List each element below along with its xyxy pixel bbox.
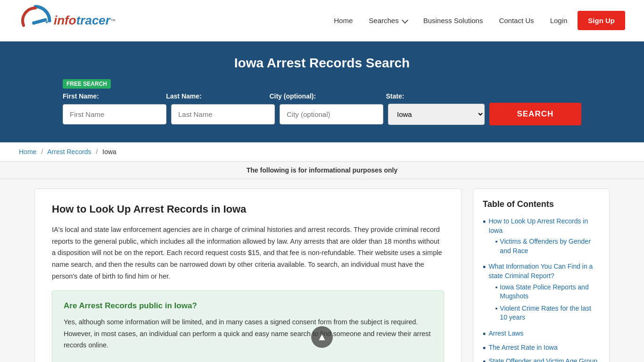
toc-item-3: ▪ Arrest Laws xyxy=(483,329,600,339)
logo-info-text: info xyxy=(54,13,76,28)
toc-sub-link-2-2[interactable]: Violent Crime Rates for the last 10 year… xyxy=(500,304,600,322)
hero-section: Iowa Arrest Records Search FREE SEARCH F… xyxy=(0,41,644,142)
toc-sub-item-1-1: ▪ Victims & Offenders by Gender and Race xyxy=(495,237,600,255)
breadcrumb-arrest[interactable]: Arrest Records xyxy=(47,148,91,156)
green-box: Are Arrest Records public in Iowa? Yes, … xyxy=(52,290,444,362)
first-name-label: First Name: xyxy=(63,92,161,100)
site-header: infotracer™ Home Searches Business Solut… xyxy=(0,0,644,41)
svg-rect-0 xyxy=(32,17,48,25)
breadcrumb-sep-2: / xyxy=(96,148,98,156)
toc-item-4: ▪ The Arrest Rate in Iowa xyxy=(483,343,600,354)
last-name-label: Last Name: xyxy=(166,92,264,100)
last-name-input[interactable] xyxy=(171,104,275,124)
toc-title: Table of Contents xyxy=(483,199,600,209)
toc-sub-link-2-1[interactable]: Iowa State Police Reports and Mugshots xyxy=(500,283,600,301)
toc-bullet-4: ▪ xyxy=(483,343,486,354)
toc-item-5: ▪ State Offender and Victim Age Group St… xyxy=(483,357,600,362)
search-button[interactable]: SEARCH xyxy=(489,103,581,125)
toc-item-1: ▪ How to Look Up Arrest Records in Iowa … xyxy=(483,217,600,258)
toc-bullet-3: ▪ xyxy=(483,329,486,339)
sidebar-toc: Table of Contents ▪ How to Look Up Arres… xyxy=(473,189,610,362)
toc-sub-link-1-1[interactable]: Victims & Offenders by Gender and Race xyxy=(500,237,600,255)
logo[interactable]: infotracer™ xyxy=(19,4,116,37)
article-paragraph1: IA's local and state law enforcement age… xyxy=(52,224,444,282)
info-bar: The following is for informational purpo… xyxy=(0,162,644,179)
toc-bullet-1: ▪ xyxy=(483,217,486,227)
toc-bullet-5: ▪ xyxy=(483,357,486,362)
breadcrumb-current: Iowa xyxy=(102,148,116,156)
toc-sub-bullet-2-2: ▪ xyxy=(495,304,497,313)
state-label: State: xyxy=(386,92,498,100)
toc-item-2: ▪ What Information You Can Find in a sta… xyxy=(483,262,600,325)
nav-login[interactable]: Login xyxy=(545,13,573,28)
logo-icon xyxy=(19,4,52,37)
breadcrumb-home[interactable]: Home xyxy=(19,148,36,156)
state-select[interactable]: Iowa Alabama Alaska Arizona Arkansas Cal… xyxy=(388,104,485,125)
city-input[interactable] xyxy=(280,104,383,124)
first-name-input[interactable] xyxy=(63,104,166,124)
toc-link-1[interactable]: How to Look Up Arrest Records in Iowa xyxy=(488,217,588,234)
article: How to Look Up Arrest Records in Iowa IA… xyxy=(34,189,462,362)
green-box-paragraph: Yes, although some information will be l… xyxy=(64,316,432,351)
main-nav: Home Searches Business Solutions Contact… xyxy=(328,11,625,30)
scroll-top-button[interactable]: ▲ xyxy=(311,326,333,348)
toc-sub-item-2-2: ▪ Violent Crime Rates for the last 10 ye… xyxy=(495,304,600,322)
toc-sub-item-2-1: ▪ Iowa State Police Reports and Mugshots xyxy=(495,283,600,301)
nav-contact[interactable]: Contact Us xyxy=(493,13,539,28)
city-label: City (optional): xyxy=(269,92,381,100)
toc-link-5[interactable]: State Offender and Victim Age Group Stat… xyxy=(488,357,600,362)
logo-tm: ™ xyxy=(110,18,116,24)
article-heading: How to Look Up Arrest Records in Iowa xyxy=(52,203,444,215)
free-search-badge: FREE SEARCH xyxy=(63,79,111,89)
toc-link-4[interactable]: The Arrest Rate in Iowa xyxy=(488,343,557,353)
chevron-down-icon xyxy=(402,16,408,23)
nav-home[interactable]: Home xyxy=(328,13,358,28)
hero-title: Iowa Arrest Records Search xyxy=(19,56,625,71)
toc-sub-bullet-2-1: ▪ xyxy=(495,283,497,292)
nav-searches[interactable]: Searches xyxy=(363,13,413,28)
toc-link-3[interactable]: Arrest Laws xyxy=(488,329,523,338)
nav-business[interactable]: Business Solutions xyxy=(418,13,489,28)
nav-signup-button[interactable]: Sign Up xyxy=(578,11,625,30)
breadcrumb: Home / Arrest Records / Iowa xyxy=(0,142,644,162)
green-box-heading: Are Arrest Records public in Iowa? xyxy=(64,301,432,311)
toc-list: ▪ How to Look Up Arrest Records in Iowa … xyxy=(483,217,600,362)
toc-link-2[interactable]: What Information You Can Find in a state… xyxy=(488,263,593,280)
logo-tracer-text: tracer xyxy=(76,13,110,28)
breadcrumb-sep-1: / xyxy=(41,148,43,156)
toc-sub-bullet-1-1: ▪ xyxy=(495,237,497,247)
toc-bullet-2: ▪ xyxy=(483,262,486,272)
